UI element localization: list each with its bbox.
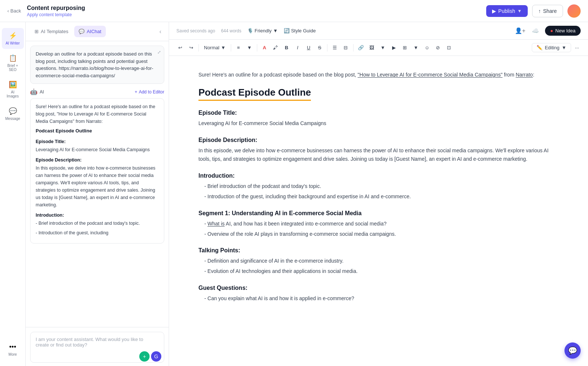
bold-button[interactable]: B xyxy=(282,43,292,52)
separator xyxy=(198,44,199,51)
collapse-panel-button[interactable]: ‹ xyxy=(157,27,164,36)
send-icons: + G xyxy=(139,351,161,362)
tab-ai-templates[interactable]: ⊞ AI Templates xyxy=(30,26,73,37)
main-layout: ⚡ AI Writer 📋 Brief + SEO 🖼️ AI Images 💬… xyxy=(0,22,588,366)
word-count: 644 words xyxy=(221,28,241,33)
send-button[interactable]: + xyxy=(139,351,150,362)
user-message-text: Develop an outline for a podcast episode… xyxy=(36,51,153,78)
toolbar-right: 👤+ ☁️ ● New Idea xyxy=(514,25,581,37)
underline-button[interactable]: U xyxy=(304,43,314,52)
editor-section-episode-title: Episode Title: Leveraging AI for E-comme… xyxy=(198,110,559,128)
editor-section-item: - Overview of the role AI plays in trans… xyxy=(198,230,559,239)
table-chevron-button[interactable]: ▼ xyxy=(411,43,421,52)
sidebar-item-message[interactable]: 💬 Message xyxy=(2,103,24,124)
pencil-icon: ✏️ xyxy=(537,45,542,50)
play-button[interactable]: ▶ xyxy=(389,43,399,52)
numbered-list-button[interactable]: ⊟ xyxy=(341,43,351,52)
editor-section-heading: Introduction: xyxy=(198,173,559,179)
italic-button[interactable]: I xyxy=(293,43,303,52)
avatar[interactable] xyxy=(567,4,581,18)
style-chevron-icon: ▼ xyxy=(221,45,226,50)
bullet-list-button[interactable]: ☰ xyxy=(330,43,340,52)
editor-content[interactable]: Sure! Here's an outline for a podcast ep… xyxy=(169,56,588,366)
add-to-editor-label: Add to Editor xyxy=(139,89,164,95)
editor-section-episode-desc: Episode Description: In this episode, we… xyxy=(198,137,559,164)
tone-chevron-icon: ▼ xyxy=(273,28,278,33)
sidebar-item-label: AI Images xyxy=(5,90,21,98)
ai-episode-desc-content: In this episode, we delve into how e-com… xyxy=(36,164,159,209)
back-button[interactable]: ‹ Back xyxy=(7,8,21,14)
add-icon: + xyxy=(135,89,137,95)
page-title: Content repurposing xyxy=(27,5,486,11)
table-button[interactable]: ⊞ xyxy=(400,43,410,52)
ai-label: AI xyxy=(40,89,44,95)
tab-aichat[interactable]: 💬 AIChat xyxy=(74,26,106,37)
share-button[interactable]: ↑ Share xyxy=(532,5,563,17)
more-options-button[interactable]: ⊡ xyxy=(444,43,454,52)
ai-send-button[interactable]: G xyxy=(151,351,161,362)
back-label: Back xyxy=(10,8,21,14)
text-color-button[interactable]: A xyxy=(259,43,270,52)
editor-section-heading: Talking Points: xyxy=(198,247,559,254)
lightning-icon: ⚡ xyxy=(9,32,17,40)
save-status: Saved seconds ago xyxy=(176,28,215,33)
separator xyxy=(257,44,257,51)
chat-icon: 💬 xyxy=(79,29,85,34)
strikethrough-button[interactable]: S xyxy=(315,43,325,52)
separator xyxy=(353,44,354,51)
left-sidebar: ⚡ AI Writer 📋 Brief + SEO 🖼️ AI Images 💬… xyxy=(0,22,26,366)
image-chevron-button[interactable]: ▼ xyxy=(378,43,388,52)
top-header: ‹ Back Content repurposing Apply content… xyxy=(0,0,588,22)
share-icon: ↑ xyxy=(538,8,541,14)
editor-section-body: Leveraging AI for E-commerce Social Medi… xyxy=(198,119,559,128)
sidebar-item-label: AI Writer xyxy=(6,41,20,45)
add-to-editor-button[interactable]: + Add to Editor xyxy=(135,89,164,95)
cloud-icon-btn[interactable]: ☁️ xyxy=(530,25,541,37)
ai-section-episode-desc-heading: Episode Description: xyxy=(36,156,159,164)
editor-toolbar-top: Saved seconds ago 644 words 🎙️ Friendly … xyxy=(169,22,588,40)
expand-icon[interactable]: ⤢ xyxy=(157,49,161,56)
editor-section-item: - Introduction of the guest, including t… xyxy=(198,192,559,201)
editor-section-segment1: Segment 1: Understanding AI in E-commerc… xyxy=(198,210,559,239)
tab-label: AI Templates xyxy=(41,29,68,34)
link-button[interactable]: 🔗 xyxy=(356,43,366,52)
circle-icon: ● xyxy=(550,28,553,33)
tone-label: Friendly xyxy=(255,28,272,33)
chat-bubble-icon: 💬 xyxy=(568,346,577,355)
apply-template-link[interactable]: Apply content template xyxy=(27,12,72,17)
style-select[interactable]: Normal ▼ xyxy=(201,43,229,52)
sidebar-item-brief-seo[interactable]: 📋 Brief + SEO xyxy=(2,50,24,75)
editor-format-bar: ↩ ↪ Normal ▼ ≡ ▼ A 🖍 B I U S ☰ ⊟ 🔗 🖼 ▼ ▶ xyxy=(169,40,588,56)
redo-button[interactable]: ↪ xyxy=(186,43,196,52)
sidebar-item-label: More xyxy=(8,352,17,356)
clear-format-button[interactable]: ⊘ xyxy=(433,43,443,52)
ai-message-header: 🤖 AI + Add to Editor xyxy=(30,88,164,95)
sidebar-item-ai-images[interactable]: 🖼️ AI Images xyxy=(2,77,24,102)
editing-mode-badge[interactable]: ✏️ Editing ▼ xyxy=(532,43,571,52)
more-btn[interactable]: ··· xyxy=(572,43,582,52)
editor-area: Saved seconds ago 644 words 🎙️ Friendly … xyxy=(169,22,588,366)
editor-section-body: In this episode, we delve into how e-com… xyxy=(198,146,559,164)
sidebar-item-more[interactable]: ••• More xyxy=(2,340,24,360)
blog-post-link[interactable]: "How to Leverage AI for E-commerce Socia… xyxy=(358,72,502,78)
undo-button[interactable]: ↩ xyxy=(175,43,185,52)
sidebar-item-ai-writer[interactable]: ⚡ AI Writer xyxy=(2,28,24,49)
header-title-group: Content repurposing Apply content templa… xyxy=(27,5,486,17)
ai-outline-title: Podcast Episode Outline xyxy=(36,127,159,135)
back-icon: ‹ xyxy=(7,8,9,14)
tone-button[interactable]: 🎙️ Friendly ▼ xyxy=(247,28,278,33)
sidebar-item-label: Message xyxy=(5,117,20,121)
emoji-button[interactable]: ☺ xyxy=(422,43,432,52)
highlight-button[interactable]: 🖍 xyxy=(270,43,281,52)
image-button[interactable]: 🖼 xyxy=(367,43,377,52)
editor-section-heading: Episode Description: xyxy=(198,137,559,143)
style-guide-button[interactable]: 🔄 Style Guide xyxy=(284,28,316,33)
more-icon: ••• xyxy=(9,343,16,351)
chat-bubble-button[interactable]: 💬 xyxy=(564,342,581,359)
align-button[interactable]: ≡ xyxy=(233,43,244,52)
share-label: Share xyxy=(543,8,557,14)
publish-button[interactable]: ▶ Publish ▼ xyxy=(486,5,528,17)
new-idea-button[interactable]: ● New Idea xyxy=(545,26,581,36)
align-chevron-button[interactable]: ▼ xyxy=(244,43,255,52)
user-add-icon-btn[interactable]: 👤+ xyxy=(514,25,526,37)
